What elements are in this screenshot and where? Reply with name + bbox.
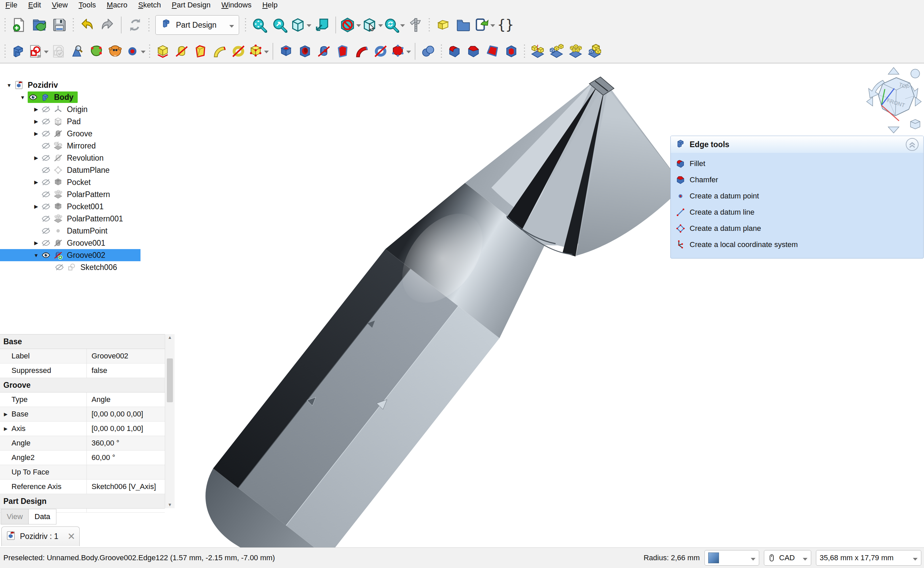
tree-item-mirrored[interactable]: Mirrored: [0, 140, 141, 152]
caret-right-icon[interactable]: ▶: [31, 155, 41, 161]
tree-item-sketch006[interactable]: Sketch006: [0, 261, 141, 273]
workbench-selector[interactable]: Part Design: [155, 15, 239, 35]
view-zoom-selection-button[interactable]: [270, 15, 289, 35]
edge-tool-fillet[interactable]: Fillet: [671, 156, 923, 172]
property-value[interactable]: Sketch006 [V_Axis]: [87, 480, 165, 494]
eye-hidden-icon[interactable]: [41, 153, 52, 163]
menu-help[interactable]: Help: [257, 0, 283, 10]
mirrored-button[interactable]: [529, 42, 547, 61]
tree-item-body[interactable]: ▼Body: [0, 91, 141, 103]
tab-data[interactable]: Data: [28, 509, 56, 524]
eye-hidden-icon[interactable]: [41, 189, 52, 199]
draft-button[interactable]: [483, 42, 501, 61]
subtractive-primitive-button[interactable]: [391, 42, 411, 61]
edit-sketch-button[interactable]: [49, 42, 68, 61]
subtractive-pipe-button[interactable]: [353, 42, 371, 61]
eye-hidden-icon[interactable]: [41, 141, 52, 151]
menu-tools[interactable]: Tools: [73, 0, 101, 10]
property-scrollbar[interactable]: ▲ ▼: [165, 334, 174, 508]
box-selection-button[interactable]: [362, 15, 383, 35]
subtractive-loft-button[interactable]: [334, 42, 352, 61]
tree-item-groove002[interactable]: ▼Groove002: [0, 249, 141, 261]
eye-hidden-icon[interactable]: [41, 238, 52, 248]
collapse-panel-button[interactable]: [906, 138, 919, 151]
eye-hidden-icon[interactable]: [41, 226, 52, 236]
menu-file[interactable]: File: [0, 0, 23, 10]
eye-hidden-icon[interactable]: [41, 201, 52, 211]
caret-down-icon[interactable]: ▼: [18, 95, 28, 100]
pad-button[interactable]: [154, 42, 172, 61]
open-document-button[interactable]: [29, 15, 49, 35]
save-document-button[interactable]: [50, 15, 69, 35]
hole-button[interactable]: [296, 42, 314, 61]
polar-pattern-button[interactable]: [567, 42, 585, 61]
map-sketch-button[interactable]: [68, 42, 86, 61]
tree-item-datumplane[interactable]: DatumPlane: [0, 164, 141, 176]
eye-hidden-icon[interactable]: [41, 165, 52, 175]
tree-item-origin[interactable]: ▶Origin: [0, 103, 141, 115]
shape-binder-button[interactable]: [87, 42, 105, 61]
boolean-operation-button[interactable]: [419, 42, 437, 61]
pocket-button[interactable]: [277, 42, 295, 61]
caret-down-icon[interactable]: ▼: [31, 252, 41, 258]
edge-tool-create-a-datum-line[interactable]: Create a datum line: [671, 204, 923, 221]
linear-pattern-button[interactable]: [547, 42, 566, 61]
tree-item-pocket001[interactable]: ▶Pocket001: [0, 201, 141, 213]
edge-tool-chamfer[interactable]: Chamfer: [671, 172, 923, 188]
tree-item-polarpattern[interactable]: PolarPattern: [0, 188, 141, 201]
document-tab[interactable]: Pozidriv : 1 ✕: [2, 526, 80, 546]
property-value[interactable]: 360,00 °: [87, 436, 165, 450]
multitransform-button[interactable]: [585, 42, 603, 61]
tree-item-pad[interactable]: ▶Pad: [0, 115, 141, 128]
property-value[interactable]: Groove002: [87, 349, 165, 363]
menu-macro[interactable]: Macro: [101, 0, 133, 10]
eye-hidden-icon[interactable]: [41, 177, 52, 187]
tree-item-pozidriv[interactable]: ▼Pozidriv: [0, 79, 141, 91]
subtractive-helix-button[interactable]: [371, 42, 390, 61]
thickness-button[interactable]: [502, 42, 520, 61]
property-value[interactable]: false: [87, 364, 165, 378]
edge-tool-create-a-datum-point[interactable]: Create a datum point: [671, 188, 923, 204]
additive-helix-button[interactable]: [229, 42, 248, 61]
tab-view[interactable]: View: [1, 509, 29, 524]
std-part-button[interactable]: [433, 15, 453, 35]
eye-hidden-icon[interactable]: [41, 104, 52, 115]
property-value[interactable]: [0,00 0,00 0,00]: [87, 407, 165, 421]
menu-sketch[interactable]: Sketch: [133, 0, 166, 10]
revolution-button[interactable]: [173, 42, 191, 61]
scroll-down-icon[interactable]: ▼: [168, 502, 172, 508]
navigation-style-selector[interactable]: CAD: [764, 550, 811, 566]
tree-item-groove001[interactable]: ▶Groove001: [0, 237, 141, 249]
menu-part-design[interactable]: Part Design: [166, 0, 216, 10]
property-value[interactable]: 60,00 °: [87, 450, 165, 465]
sub-shape-binder-button[interactable]: [106, 42, 124, 61]
groove-button[interactable]: [315, 42, 333, 61]
edge-tool-create-a-local-coordinate-system[interactable]: Create a local coordinate system: [671, 237, 923, 253]
property-value[interactable]: [0,00 0,00 1,00]: [87, 421, 165, 436]
caret-right-icon[interactable]: ▶: [31, 118, 41, 125]
chamfer-button[interactable]: [464, 42, 483, 61]
create-sketch-button[interactable]: [28, 42, 48, 61]
menu-view[interactable]: View: [46, 0, 73, 10]
group-button[interactable]: [454, 15, 473, 35]
caret-right-icon[interactable]: ▶: [31, 131, 41, 137]
tree-item-pocket[interactable]: ▶Pocket: [0, 176, 141, 188]
edge-tool-create-a-datum-plane[interactable]: Create a datum plane: [671, 221, 923, 237]
caret-right-icon[interactable]: ▶: [31, 179, 41, 185]
eye-hidden-icon[interactable]: [55, 262, 65, 272]
eye-hidden-icon[interactable]: [41, 128, 52, 139]
create-datum-button[interactable]: [125, 42, 145, 61]
caret-right-icon[interactable]: ▶: [0, 411, 12, 417]
property-value[interactable]: Angle: [87, 393, 165, 407]
tree-item-groove[interactable]: ▶Groove: [0, 128, 141, 140]
undo-button[interactable]: [77, 15, 97, 35]
eye-hidden-icon[interactable]: [41, 116, 52, 127]
view-axonometric-button[interactable]: [290, 15, 311, 35]
make-link-button[interactable]: [474, 15, 495, 35]
caret-down-icon[interactable]: ▼: [4, 82, 14, 88]
scroll-up-icon[interactable]: ▲: [168, 334, 172, 341]
create-body-button[interactable]: [9, 42, 27, 61]
expression-editor-button[interactable]: {}: [496, 15, 515, 35]
redo-button[interactable]: [98, 15, 117, 35]
clipping-plane-button[interactable]: [340, 15, 361, 35]
